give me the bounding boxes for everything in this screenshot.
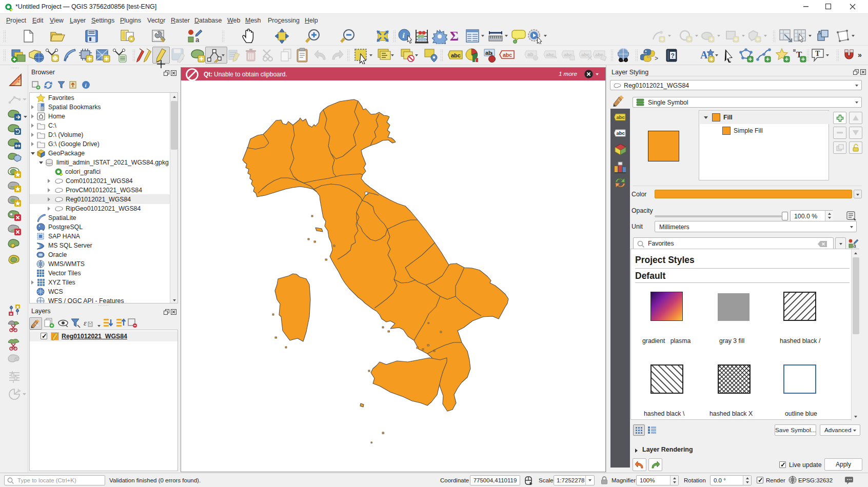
svg-text:T: T (815, 50, 820, 57)
svg-text:A: A (700, 49, 708, 60)
svg-text:Σ: Σ (450, 29, 459, 43)
svg-text:?: ? (671, 52, 675, 59)
svg-text:abc: abc (503, 52, 512, 58)
svg-text:a: a (195, 36, 200, 43)
svg-text:abc: abc (451, 52, 461, 58)
svg-text:ab: ab (485, 50, 492, 56)
svg-text:ab: ab (527, 52, 534, 57)
svg-text:abc: abc (617, 130, 625, 136)
svg-text:abc: abc (617, 114, 625, 120)
svg-text:ε: ε (84, 319, 87, 327)
